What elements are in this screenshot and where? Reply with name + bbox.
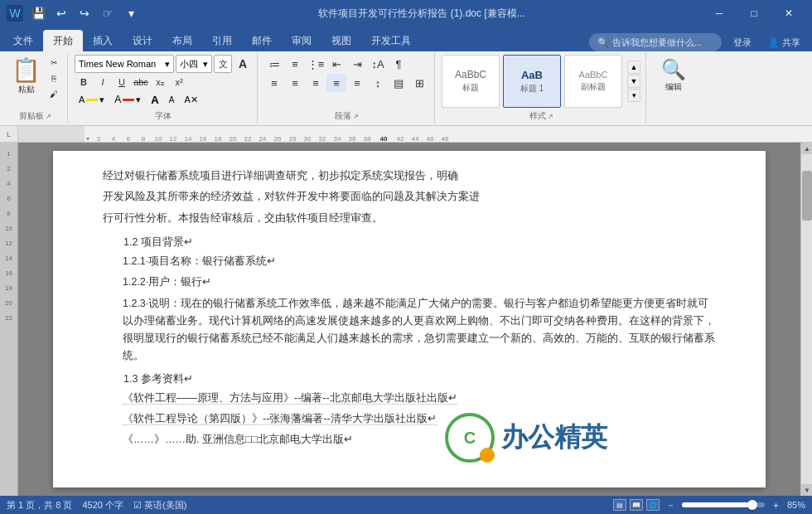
redo-button[interactable]: ↪ [75,3,94,23]
font-size-dec-button[interactable]: A [165,91,179,108]
justify-button[interactable]: ≡ [326,74,346,92]
bold-button[interactable]: B [75,74,93,90]
styles-scroll-up[interactable]: ▲ [627,61,640,74]
tab-view[interactable]: 视图 [321,30,361,51]
minimize-button[interactable]: ─ [703,0,736,27]
tab-home[interactable]: 开始 [43,30,83,51]
save-button[interactable]: 💾 [28,3,48,23]
line-spacing-button[interactable]: ↕ [368,74,388,92]
zoom-thumb[interactable] [747,500,757,510]
document-page[interactable]: 经过对银行储蓄系统项目进行详细调查研究，初步拟定系统实现报告，明确 开发风险及其… [53,151,766,487]
style-normal[interactable]: AaBbC 标题 [442,55,500,108]
vertical-scrollbar[interactable]: ▲ ▼ [800,143,812,496]
tab-mail[interactable]: 邮件 [242,30,282,51]
font-color-button[interactable]: A ▾ [110,91,145,108]
scrollbar-thumb[interactable] [802,171,812,221]
zoom-minus-button[interactable]: － [666,499,675,512]
scrollbar-track[interactable] [801,154,812,484]
style-heading1[interactable]: AaB 标题 1 [503,55,561,108]
align-center-button[interactable]: ≡ [285,74,305,92]
lang-icon: ☑ [133,500,142,510]
bullets-button[interactable]: ≔ [264,55,284,73]
font-size-arrow: ▾ [203,59,208,70]
cut-button[interactable]: ✂ [46,55,62,70]
scrollbar-up[interactable]: ▲ [801,143,812,154]
tell-me-search[interactable]: 🔍 告诉我您想要做什么... [589,33,722,51]
tab-design[interactable]: 设计 [123,30,162,51]
paste-button[interactable]: 📋 粘贴 [8,55,44,97]
A-button[interactable]: A [234,55,252,73]
shading-button[interactable]: ▤ [389,74,408,92]
distribute-button[interactable]: ≡ [347,74,367,92]
indent-inc-button[interactable]: ⇥ [347,55,367,73]
ruler-num-40: 40 [375,135,393,143]
subscript-button[interactable]: x₂ [151,74,169,90]
para-expand-icon[interactable]: ↗ [353,113,359,120]
ribbon-tabs-bar: 文件 开始 插入 设计 布局 引用 邮件 审阅 视图 开发工具 🔍 告诉我您想要… [0,27,812,51]
scrollbar-down[interactable]: ▼ [801,484,812,496]
italic-button[interactable]: I [94,74,112,90]
clear-format-button[interactable]: A✕ [180,91,201,108]
login-button[interactable]: 登录 [728,36,756,49]
underline-button[interactable]: U [113,74,131,90]
show-marks-button[interactable]: ¶ [389,55,408,73]
align-right-button[interactable]: ≡ [306,74,326,92]
lang-text: 英语(美国) [144,500,186,510]
zoom-track[interactable] [682,502,765,507]
strikethrough-button[interactable]: abc [132,74,150,90]
doc-area[interactable]: 经过对银行储蓄系统项目进行详细调查研究，初步拟定系统实现报告，明确 开发风险及其… [18,143,812,496]
vertical-ruler: 1 2 4 6 8 10 12 14 16 18 20 22 [0,143,18,496]
ruler-num-48: 48 [437,135,452,143]
font-group: Times New Roman ▾ 小四 ▾ 文 A B I U a [70,53,258,124]
tab-layout[interactable]: 布局 [162,30,202,51]
clipboard-label: 剪贴板 ↗ [8,109,62,122]
close-button[interactable]: ✕ [772,0,805,27]
ruler-num-32: 32 [315,135,330,143]
sort-button[interactable]: ↕A [368,55,388,73]
maximize-button[interactable]: □ [737,0,771,27]
text-highlight-button[interactable]: A ▾ [75,91,109,108]
tab-review[interactable]: 审阅 [282,30,321,51]
numbered-button[interactable]: ≡ [285,55,305,73]
touchmode-button[interactable]: ☞ [98,3,118,23]
border-button[interactable]: ⊞ [409,74,429,92]
multilevel-button[interactable]: ⋮≡ [306,55,326,73]
styles-scroll-more[interactable]: ▾ [627,89,640,102]
ruler-left-margin [18,126,85,143]
ruler-marker: ▾ [85,135,91,143]
font-size-inc-button[interactable]: A [147,91,162,108]
font-size-select[interactable]: 小四 ▾ [176,55,212,73]
zoom-plus-button[interactable]: ＋ [771,499,781,512]
align-left-button[interactable]: ≡ [264,74,284,92]
undo-button[interactable]: ↩ [51,3,71,23]
zoom-level[interactable]: 85% [787,500,805,510]
view-web[interactable]: 🌐 [646,499,660,511]
style-subtitle[interactable]: AaBbC 副标题 [564,55,622,108]
customize-qat-button[interactable]: ▾ [121,3,141,23]
ruler-left-strip[interactable]: L [0,126,18,143]
ruler-num-36: 36 [345,135,360,143]
editing-button[interactable]: 🔍 编辑 [658,55,689,96]
editing-group: 🔍 编辑 [648,53,699,124]
share-button[interactable]: 👤 共享 [763,36,805,49]
ribbon-tabs-right: 🔍 告诉我您想要做什么... 登录 👤 共享 [589,33,809,51]
tab-file[interactable]: 文件 [3,30,43,51]
indent-dec-button[interactable]: ⇤ [326,55,346,73]
font-row2: B I U abc x₂ x² [75,74,252,90]
view-print-layout[interactable]: ▤ [613,499,626,511]
tab-references[interactable]: 引用 [202,30,242,51]
font-name-select[interactable]: Times New Roman ▾ [75,55,174,73]
tab-developer[interactable]: 开发工具 [361,30,421,51]
format-painter-button[interactable]: 🖌 [46,86,62,101]
para-row1: ≔ ≡ ⋮≡ ⇤ ⇥ ↕A ¶ [264,55,429,73]
styles-scroll-down[interactable]: ▼ [627,75,640,88]
wen-button[interactable]: 文 [214,55,232,73]
copy-button[interactable]: ⎘ [46,70,62,85]
styles-expand-icon[interactable]: ↗ [548,113,553,120]
font-name-value: Times New Roman [79,59,156,69]
tab-insert[interactable]: 插入 [83,30,123,51]
word-icon: W [7,5,23,22]
font-row3: A ▾ A ▾ A A A✕ [75,91,252,108]
superscript-button[interactable]: x² [170,74,188,90]
view-read-mode[interactable]: 📖 [630,499,643,511]
